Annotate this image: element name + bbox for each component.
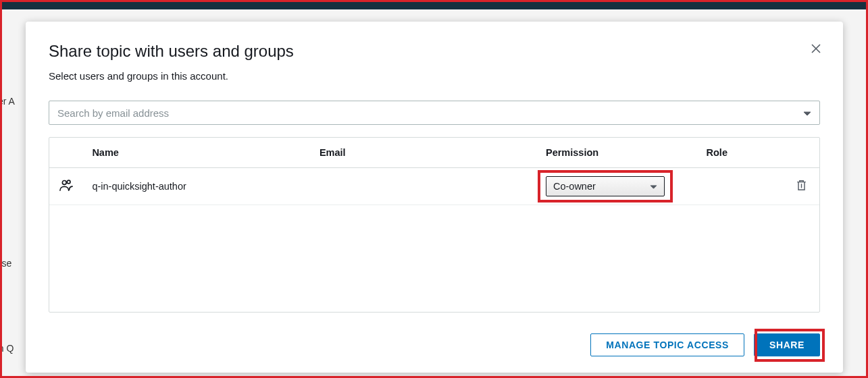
bg-text-fragment: -use: [0, 258, 11, 269]
users-table: Name Email Permission Role: [49, 137, 820, 313]
col-header-name: Name: [86, 138, 314, 168]
search-placeholder: Search by email address: [57, 107, 169, 119]
bg-text-fragment: on Q: [0, 343, 14, 354]
annotation-highlight-permission: [538, 170, 673, 202]
group-icon: [59, 184, 74, 194]
col-header-permission: Permission: [540, 138, 701, 168]
svg-point-0: [62, 180, 66, 184]
svg-point-1: [67, 180, 70, 184]
share-topic-modal: Share topic with users and groups Select…: [26, 22, 843, 373]
col-header-role: Role: [701, 138, 780, 168]
delete-row-button[interactable]: [796, 183, 807, 194]
close-button[interactable]: [809, 42, 823, 55]
chevron-down-icon: [803, 107, 811, 119]
close-icon: [811, 43, 821, 54]
manage-topic-access-button[interactable]: MANAGE TOPIC ACCESS: [590, 333, 744, 356]
table-header-row: Name Email Permission Role: [49, 138, 819, 168]
annotation-highlight-share: [755, 329, 825, 362]
bg-text-fragment: ser A: [0, 96, 15, 107]
background-app-header: [0, 0, 868, 9]
trash-icon: [796, 180, 807, 192]
search-input[interactable]: Search by email address: [49, 101, 820, 125]
row-role: [701, 168, 780, 205]
row-email: [314, 168, 540, 205]
modal-subtitle: Select users and groups in this account.: [49, 70, 820, 82]
row-name: q-in-quicksight-author: [86, 168, 314, 205]
col-header-email: Email: [314, 138, 540, 168]
modal-title: Share topic with users and groups: [49, 42, 820, 61]
table-row: q-in-quicksight-author Co-owner: [49, 168, 819, 205]
